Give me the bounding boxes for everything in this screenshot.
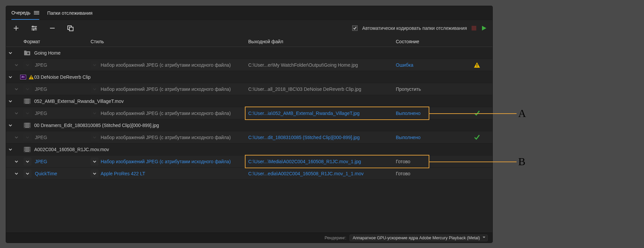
toolbar: Автоматически кодировать папки отслежива… — [6, 20, 492, 36]
svg-point-0 — [32, 26, 34, 27]
row-disclosure-icon — [13, 86, 19, 92]
remove-button[interactable] — [48, 23, 57, 33]
group-icon — [23, 146, 31, 152]
group-title: A002C004_160508_R1JC.mov.mov — [34, 147, 109, 152]
disclosure-icon[interactable] — [7, 122, 13, 128]
preset-value: Набор изображений JPEG (с атрибутами исх… — [101, 86, 231, 92]
tab-watch-label: Папки отслеживания — [47, 10, 93, 16]
panel-menu-icon[interactable] — [34, 11, 39, 14]
group-row[interactable]: Going Home — [6, 47, 492, 59]
stop-button[interactable] — [472, 26, 476, 30]
output-path: C:\User...er\My WatchFolder\Output\Going… — [248, 62, 396, 68]
svg-rect-16 — [24, 101, 25, 101]
format-value: JPEG — [34, 135, 47, 140]
tab-bar: Очередь Папки отслеживания — [6, 6, 492, 20]
duplicate-button[interactable] — [66, 23, 75, 33]
trail-icon-cell — [453, 134, 483, 141]
svg-rect-17 — [24, 102, 25, 103]
output-path[interactable]: C:\User...dit_1808310085 (Stitched Clip)… — [248, 135, 396, 140]
svg-rect-27 — [30, 123, 30, 124]
add-button[interactable] — [11, 23, 21, 33]
group-icon — [23, 122, 31, 128]
preset-value: Набор изображений JPEG (с атрибутами исх… — [101, 135, 231, 140]
group-title: 00 Dreamers_Edit_1808310085 (Stitched Cl… — [34, 123, 159, 128]
disclosure-icon[interactable] — [7, 74, 13, 80]
group-icon: Pr — [23, 74, 31, 80]
group-title: 03 DeNoise DeReverb Clip — [34, 74, 91, 80]
status-value: Готово — [396, 171, 453, 176]
disclosure-icon[interactable] — [7, 146, 13, 152]
output-path[interactable]: C:\User...edia\A002C004_160508_R1JC.mov_… — [248, 171, 396, 176]
group-title: Going Home — [34, 50, 61, 56]
group-row[interactable]: Pr03 DeNoise DeReverb Clip — [6, 71, 492, 83]
status-value: Ошибка — [396, 62, 453, 68]
group-row[interactable]: 052_AMB_External_Rwanda_VillageT.mov — [6, 95, 492, 107]
preset-value: Apple ProRes 422 LT — [101, 171, 145, 176]
output-row[interactable]: QuickTimeApple ProRes 422 LTC:\User...ed… — [6, 168, 492, 180]
column-header-row: Формат Стиль Выходной файл Состояние — [6, 36, 492, 47]
queue-panel: Очередь Папки отслеживания — [6, 6, 492, 243]
format-value: JPEG — [34, 111, 47, 116]
svg-point-7 — [27, 52, 29, 54]
preset-dropdown[interactable] — [91, 170, 99, 178]
preset-dropdown[interactable] — [91, 158, 99, 166]
auto-encode-label: Автоматически кодировать папки отслежива… — [362, 25, 467, 31]
status-value: Выполнено — [396, 135, 453, 140]
renderer-select[interactable]: Аппаратное GPU-ускорение ядра Adobe Merc… — [350, 235, 488, 241]
svg-rect-15 — [24, 99, 25, 100]
format-dropdown[interactable] — [23, 158, 32, 166]
output-row[interactable]: JPEGНабор изображений JPEG (с атрибутами… — [6, 107, 492, 119]
col-status: Состояние — [396, 39, 483, 44]
callout-label-b: B — [518, 156, 525, 168]
preset-dropdown — [91, 61, 99, 69]
svg-rect-29 — [30, 126, 30, 127]
format-dropdown — [23, 85, 32, 93]
callout-line — [429, 162, 517, 162]
format-dropdown — [23, 61, 32, 69]
disclosure-icon[interactable] — [7, 50, 13, 56]
group-row[interactable]: A002C004_160508_R1JC.mov.mov — [6, 143, 492, 156]
queue-rows: Going HomeJPEGНабор изображений JPEG (с … — [6, 47, 492, 233]
svg-point-2 — [33, 29, 34, 30]
col-preset: Стиль — [91, 39, 248, 44]
group-icon — [23, 50, 31, 56]
tab-queue[interactable]: Очередь — [11, 6, 39, 20]
output-row[interactable]: JPEGНабор изображений JPEG (с атрибутами… — [6, 83, 492, 95]
row-disclosure-icon — [13, 134, 19, 140]
svg-rect-18 — [30, 99, 30, 100]
disclosure-icon[interactable] — [7, 98, 13, 104]
tab-queue-label: Очередь — [11, 10, 31, 15]
settings-sliders-button[interactable] — [30, 23, 39, 33]
check-icon — [474, 134, 480, 141]
svg-rect-6 — [24, 51, 26, 52]
group-row[interactable]: 00 Dreamers_Edit_1808310085 (Stitched Cl… — [6, 119, 492, 131]
output-path: C:\User...all_2018_IBC\03 DeNoise DeReve… — [248, 86, 396, 92]
format-value: JPEG — [34, 62, 47, 68]
output-row[interactable]: JPEGНабор изображений JPEG (с атрибутами… — [6, 59, 492, 71]
row-disclosure-icon[interactable] — [13, 171, 19, 177]
svg-rect-35 — [24, 150, 25, 151]
output-row[interactable]: JPEGНабор изображений JPEG (с атрибутами… — [6, 156, 492, 168]
format-dropdown[interactable] — [23, 170, 32, 178]
svg-rect-8 — [477, 64, 477, 66]
output-row[interactable]: JPEGНабор изображений JPEG (с атрибутами… — [6, 131, 492, 143]
col-output: Выходной файл — [248, 39, 396, 44]
format-value: QuickTime — [34, 171, 57, 176]
svg-rect-28 — [30, 125, 30, 125]
svg-rect-9 — [477, 66, 477, 67]
svg-rect-25 — [24, 125, 25, 125]
start-queue-button[interactable] — [481, 25, 487, 31]
auto-encode-checkbox[interactable] — [352, 25, 358, 31]
svg-rect-33 — [24, 147, 25, 148]
preset-value: Набор изображений JPEG (с атрибутами исх… — [101, 159, 231, 164]
svg-rect-24 — [24, 123, 25, 124]
row-disclosure-icon[interactable] — [13, 159, 19, 165]
svg-rect-34 — [24, 149, 25, 149]
trail-icon-cell — [453, 62, 483, 68]
preset-dropdown — [91, 133, 99, 141]
output-path[interactable]: C:\User...\Media\A002C004_160508_R1JC.mo… — [248, 159, 396, 164]
svg-rect-38 — [30, 150, 30, 151]
renderer-label: Рендеринг: — [325, 236, 346, 240]
tab-watch-folders[interactable]: Папки отслеживания — [47, 6, 93, 20]
output-path[interactable]: C:\User...ia\052_AMB_External_Rwanda_Vil… — [248, 111, 396, 116]
